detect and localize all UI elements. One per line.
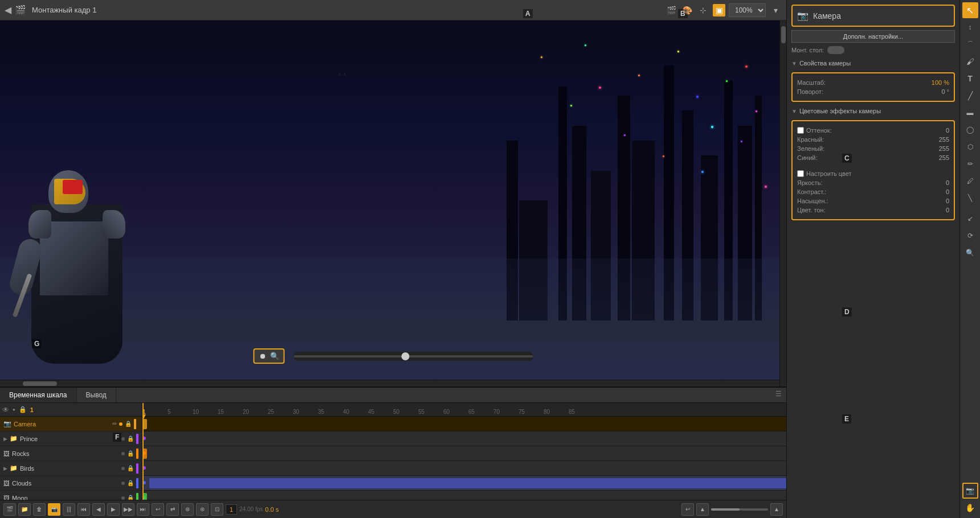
playback-speed-btn[interactable]: ▲ bbox=[696, 503, 709, 516]
clouds-track-name: Clouds bbox=[12, 480, 119, 487]
track-clouds[interactable]: 🖼 Clouds 🔒 bbox=[0, 476, 142, 491]
eye-icon[interactable]: 👁 bbox=[2, 406, 9, 414]
scrubber-thumb[interactable] bbox=[402, 352, 410, 360]
hue-label: Оттенок: bbox=[806, 127, 918, 134]
track-moon[interactable]: 🖼 Moon 🔒 bbox=[0, 491, 142, 500]
skip-end-btn[interactable]: ⏭ bbox=[137, 503, 149, 516]
camera-track-pencil[interactable]: ✏ bbox=[112, 421, 117, 427]
addon-settings-button[interactable]: Дополн. настройки... bbox=[791, 30, 955, 43]
ruler-mark-45: 45 bbox=[368, 409, 374, 415]
search-play-button[interactable]: 🔍 bbox=[270, 352, 279, 360]
next-frame-btn[interactable]: ▶▶ bbox=[122, 503, 134, 516]
lasso-tool-btn[interactable]: ⌒ bbox=[962, 36, 978, 52]
play-btn[interactable]: ▶ bbox=[107, 503, 120, 516]
tab-output[interactable]: Вывод bbox=[77, 388, 116, 402]
delete-btn[interactable]: 🗑 bbox=[33, 503, 46, 516]
mont-toggle[interactable] bbox=[827, 46, 844, 54]
ellipse-tool-btn[interactable]: ◯ bbox=[962, 122, 978, 138]
scrollbar-thumb-v[interactable] bbox=[781, 26, 786, 43]
skip-start-btn[interactable]: ⏮ bbox=[77, 503, 90, 516]
viewport-scrollbar-v[interactable] bbox=[779, 20, 786, 387]
prince-expand[interactable]: ▶ bbox=[3, 436, 7, 442]
loop-btn[interactable]: ↩ bbox=[152, 503, 164, 516]
color-tone-row: Цвет. тон: 0 bbox=[797, 205, 949, 215]
pencil-tool-btn[interactable]: ✏ bbox=[962, 156, 978, 172]
move-tool-btn[interactable]: ↕ bbox=[962, 19, 978, 35]
back-button[interactable]: ◀ bbox=[5, 5, 11, 15]
max-speed-btn[interactable]: ▲ bbox=[770, 503, 783, 516]
viewport: ∧ ∧ bbox=[0, 20, 786, 387]
camera-ctrl-btn[interactable]: 📷 bbox=[48, 503, 60, 516]
dropdown-arrow[interactable]: ▾ bbox=[769, 4, 782, 17]
birds-dot bbox=[121, 467, 125, 470]
timeline-divider-btn[interactable]: ||| bbox=[63, 503, 75, 516]
track-rocks[interactable]: 🖼 Rocks 🔒 bbox=[0, 446, 142, 461]
camera-props-section-header[interactable]: ▼ Свойства камеры bbox=[791, 57, 955, 69]
rotate-tool-btn[interactable]: ⟳ bbox=[962, 228, 978, 244]
viewport-scrollbar-h[interactable] bbox=[0, 380, 779, 387]
rect-tool-btn[interactable]: ▬ bbox=[962, 105, 978, 121]
onion2-btn[interactable]: ⊛ bbox=[196, 503, 209, 516]
lock-icon-header[interactable]: 🔒 bbox=[19, 406, 27, 413]
color-effects-header[interactable]: ▼ Цветовые эффекты камеры bbox=[791, 105, 955, 117]
frame-number: 1 bbox=[226, 504, 237, 515]
birds-folder-icon: 📁 bbox=[10, 464, 18, 472]
line-tool-btn[interactable]: ╱ bbox=[962, 88, 978, 104]
pen-tool-btn[interactable]: 🖊 bbox=[962, 173, 978, 189]
camera-tool-btn[interactable]: 📷 bbox=[962, 483, 978, 499]
hue-value: 0 bbox=[921, 127, 949, 134]
clouds-lock[interactable]: 🔒 bbox=[127, 480, 134, 486]
hand-tool-btn[interactable]: ✋ bbox=[962, 500, 978, 516]
zoom-view-btn[interactable]: 🔍 bbox=[962, 245, 978, 261]
frame-icon[interactable]: ▣ A bbox=[713, 4, 725, 17]
spacer1 bbox=[797, 162, 949, 169]
brightness-value: 0 bbox=[921, 179, 949, 186]
prev-frame-btn[interactable]: ◀ bbox=[92, 503, 105, 516]
polygon-tool-btn[interactable]: ⬡ bbox=[962, 139, 978, 155]
camera-props-arrow: ▼ bbox=[791, 60, 797, 67]
camera-track-lock[interactable]: 🔒 bbox=[125, 421, 132, 427]
hue-checkbox[interactable] bbox=[797, 127, 804, 134]
zoom-select[interactable]: 100% 50% 75% 150% 200% bbox=[729, 3, 766, 17]
track-camera[interactable]: 📷 Camera ✏ 🔒 bbox=[0, 417, 142, 431]
camera-card[interactable]: 📷 Камера bbox=[791, 5, 955, 27]
rocks-lock[interactable]: 🔒 bbox=[127, 450, 134, 457]
adjust-color-checkbox[interactable] bbox=[797, 170, 804, 177]
rocks-clips-row bbox=[142, 446, 786, 461]
bounce-btn[interactable]: ⇄ bbox=[166, 503, 179, 516]
record-button[interactable]: ⏺ bbox=[259, 352, 267, 360]
timeline-scrubber[interactable] bbox=[294, 352, 533, 361]
color-wheel-icon[interactable]: 🎨 bbox=[681, 4, 693, 17]
timeline-options-icon[interactable]: ☰ bbox=[771, 388, 786, 402]
camera-ctrl-icon: 📷 bbox=[51, 507, 58, 512]
birds-expand[interactable]: ▶ bbox=[3, 466, 7, 471]
text-tool-btn[interactable]: T bbox=[962, 71, 978, 87]
select2-tool-btn[interactable]: ↙ bbox=[962, 211, 978, 227]
clips-area bbox=[142, 417, 786, 500]
track-birds[interactable]: ▶ 📁 Birds 🔒 bbox=[0, 461, 142, 476]
paint-tool-btn[interactable]: 🖌 bbox=[962, 54, 978, 69]
scale-label: Масштаб: bbox=[797, 79, 918, 86]
birds-lock[interactable]: 🔒 bbox=[127, 465, 134, 471]
select-tool-btn[interactable]: ↖ bbox=[962, 2, 978, 18]
clouds-dot bbox=[121, 482, 125, 485]
properties-panel: 📷 Камера Дополн. настройки... Монт. стол… bbox=[787, 0, 959, 518]
ruler-mark-20: 20 bbox=[243, 409, 249, 415]
prince-lock[interactable]: 🔒 bbox=[127, 435, 134, 442]
undo-btn[interactable]: ↩ bbox=[681, 503, 694, 516]
speed-slider-fill bbox=[711, 508, 740, 511]
grid-move-icon[interactable]: ⊹ bbox=[697, 4, 709, 17]
rocks-color-bar bbox=[136, 449, 138, 459]
diagonal-line-btn[interactable]: ╲ bbox=[962, 190, 978, 206]
speed-slider[interactable] bbox=[711, 508, 768, 511]
track-prince[interactable]: ▶ 📁 Prince 🔒 bbox=[0, 431, 142, 446]
tab-timeline[interactable]: Временная шкала bbox=[0, 388, 77, 402]
folder-btn[interactable]: 📁 bbox=[18, 503, 31, 516]
film-toolbar-icon[interactable]: 🎬 bbox=[665, 4, 677, 17]
onion-btn[interactable]: ⊛ bbox=[181, 503, 194, 516]
moon-icon: 🖼 bbox=[3, 495, 10, 500]
new-layer-btn[interactable]: 🎬 bbox=[3, 503, 16, 516]
scrollbar-thumb-h[interactable] bbox=[23, 381, 57, 386]
fit-btn[interactable]: ⊡ bbox=[211, 503, 223, 516]
moon-lock[interactable]: 🔒 bbox=[127, 495, 134, 500]
